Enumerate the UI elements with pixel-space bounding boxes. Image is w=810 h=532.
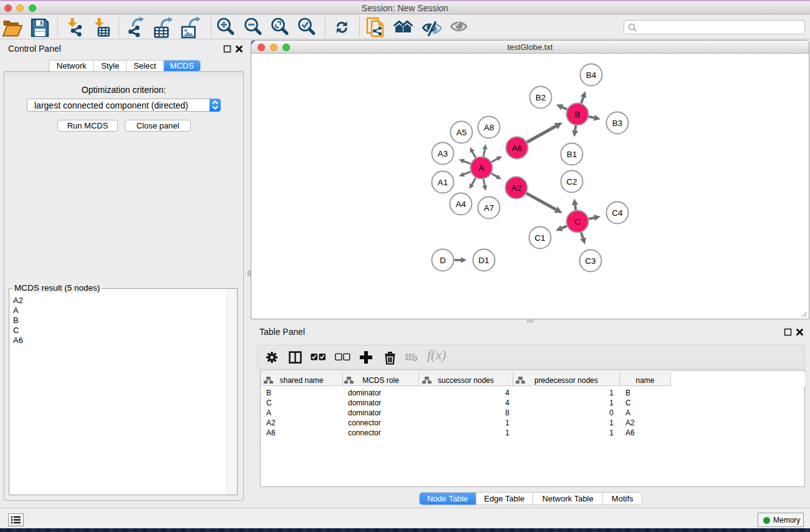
- svg-text:A: A: [478, 163, 484, 173]
- svg-text:A4: A4: [456, 200, 466, 209]
- svg-text:A3: A3: [438, 149, 448, 158]
- svg-text:B: B: [574, 110, 580, 119]
- svg-text:A5: A5: [456, 128, 467, 137]
- svg-text:C: C: [574, 217, 581, 226]
- svg-text:A2: A2: [511, 183, 522, 193]
- svg-text:C4: C4: [612, 208, 623, 218]
- svg-text:C3: C3: [585, 256, 595, 266]
- svg-text:A1: A1: [438, 178, 448, 187]
- svg-text:A7: A7: [484, 203, 494, 213]
- svg-text:B4: B4: [586, 70, 597, 80]
- svg-text:B2: B2: [536, 93, 546, 102]
- svg-text:C1: C1: [534, 233, 545, 243]
- svg-text:C2: C2: [566, 177, 577, 186]
- svg-text:D1: D1: [478, 256, 489, 265]
- svg-text:A6: A6: [512, 143, 523, 153]
- svg-text:B1: B1: [567, 150, 577, 159]
- svg-text:B3: B3: [612, 118, 623, 128]
- svg-text:D: D: [440, 256, 446, 265]
- svg-text:A8: A8: [484, 123, 494, 132]
